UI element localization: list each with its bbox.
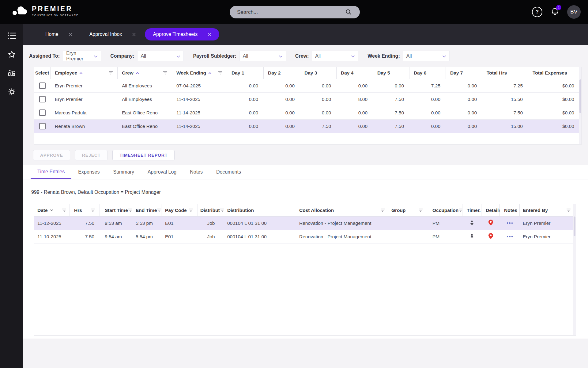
col-hrs[interactable]: Hrs — [70, 204, 100, 216]
company-dropdown[interactable]: All — [137, 51, 184, 61]
scrollbar-thumb[interactable] — [579, 79, 581, 113]
filter-icon[interactable] — [458, 208, 462, 213]
end-time-cell: 5:53 pm — [132, 217, 161, 230]
col-date[interactable]: Date — [34, 204, 70, 216]
col-total-hrs[interactable]: Total Hrs — [482, 67, 528, 79]
table-row[interactable]: Marcus Padula East Office Reno 11-14-202… — [34, 106, 582, 120]
person-icon[interactable] — [469, 233, 475, 240]
day-cell: 0.00 — [264, 93, 300, 106]
nav-tab-approval-inbox[interactable]: Approval Inbox — [81, 28, 144, 40]
time-entry-row[interactable]: 11-10-2025 7.50 9:54 am 5:54 pm E01 Job … — [34, 230, 576, 243]
vertical-scrollbar[interactable] — [579, 67, 582, 144]
col-entered-by[interactable]: Entered By — [520, 204, 574, 216]
scrollbar-thumb[interactable] — [574, 217, 575, 236]
sidebar-item-modules[interactable] — [6, 31, 17, 42]
col-start-time[interactable]: Start Time — [100, 204, 132, 216]
reject-button[interactable]: REJECT — [75, 150, 108, 160]
filter-week-ending: Week Ending: All — [368, 51, 450, 61]
filter-icon[interactable] — [157, 208, 161, 213]
row-checkbox[interactable] — [39, 96, 46, 102]
filter-icon[interactable] — [418, 208, 423, 213]
filter-icon[interactable] — [189, 208, 193, 213]
col-day3[interactable]: Day 3 — [300, 67, 337, 79]
nav-tab-label: Approve Timesheets — [153, 32, 198, 37]
notes-ellipsis-icon[interactable] — [507, 236, 513, 237]
col-notes[interactable]: Notes — [500, 204, 520, 216]
filter-icon[interactable] — [220, 208, 224, 213]
time-entry-row-selected[interactable]: 11-12-2025 7.50 9:53 am 5:53 pm E01 Job … — [34, 217, 576, 230]
assigned-to-dropdown[interactable]: Eryn Premier — [63, 51, 101, 61]
col-day1[interactable]: Day 1 — [227, 67, 264, 79]
filter-icon[interactable] — [108, 70, 113, 76]
notes-ellipsis-icon[interactable] — [507, 222, 513, 224]
filter-icon[interactable] — [91, 208, 95, 213]
timesheet-report-button[interactable]: TIMESHEET REPORT — [112, 150, 175, 160]
day-cell: 0.00 — [300, 93, 337, 106]
col-week-ending[interactable]: Week Ending — [172, 67, 227, 79]
person-icon[interactable] — [469, 220, 475, 227]
vertical-scrollbar[interactable] — [573, 204, 576, 335]
employee-context-line: 999 - Renata Brown, Default Occupation =… — [23, 179, 588, 195]
sidebar-item-favorites[interactable] — [6, 49, 17, 60]
col-day7[interactable]: Day 7 — [446, 67, 482, 79]
brand-logo[interactable]: PREMIER CONSTRUCTION SOFTWARE — [12, 4, 78, 17]
filter-icon[interactable] — [128, 208, 132, 213]
search-input[interactable] — [230, 6, 360, 18]
tab-notes[interactable]: Notes — [183, 165, 209, 179]
crew-dropdown[interactable]: All — [312, 51, 358, 61]
filter-icon[interactable] — [380, 208, 385, 213]
table-row[interactable]: Eryn Premier All Employees 11-14-2025 0.… — [34, 93, 582, 106]
table-row[interactable]: Eryn Premier All Employees 07-04-2025 0.… — [34, 79, 582, 93]
close-icon[interactable] — [69, 33, 72, 36]
close-icon[interactable] — [208, 33, 211, 36]
col-group[interactable]: Group — [388, 204, 426, 216]
avatar[interactable]: BV — [567, 5, 581, 19]
tab-approval-log[interactable]: Approval Log — [141, 165, 183, 179]
search-icon[interactable] — [345, 9, 352, 16]
table-row-selected[interactable]: Renata Brown East Office Reno 11-14-2025… — [34, 120, 582, 133]
approve-button[interactable]: APPROVE — [33, 150, 70, 160]
week-ending-dropdown[interactable]: All — [403, 51, 450, 61]
close-icon[interactable] — [132, 33, 136, 36]
col-end-time[interactable]: End Time — [132, 204, 161, 216]
notes-cell — [500, 230, 520, 243]
col-day6[interactable]: Day 6 — [409, 67, 446, 79]
total-hrs-cell: 15.00 — [482, 120, 528, 133]
col-timer[interactable]: Timer... — [462, 204, 481, 216]
sidebar-item-reports[interactable] — [6, 68, 17, 79]
filter-icon[interactable] — [566, 208, 571, 213]
col-total-expenses[interactable]: Total Expenses — [528, 67, 580, 79]
col-employee[interactable]: Employee — [51, 67, 118, 79]
brand-tagline: CONSTRUCTION SOFTWARE — [32, 14, 78, 17]
tab-documents[interactable]: Documents — [209, 165, 248, 179]
col-occupation[interactable]: Occupation — [426, 204, 462, 216]
cloud-logo-icon — [12, 4, 28, 17]
tab-time-entries[interactable]: Time Entries — [31, 165, 71, 179]
filter-icon[interactable] — [62, 208, 66, 213]
start-time-cell: 9:53 am — [100, 217, 132, 230]
sidebar-item-settings[interactable] — [6, 87, 17, 98]
col-day2[interactable]: Day 2 — [264, 67, 300, 79]
location-pin-icon[interactable] — [488, 233, 493, 240]
day-cell: 0.00 — [300, 79, 337, 92]
row-checkbox[interactable] — [39, 82, 46, 89]
row-checkbox[interactable] — [39, 109, 46, 116]
col-distribution-type[interactable]: Distribut — [198, 204, 224, 216]
nav-tab-approve-timesheets[interactable]: Approve Timesheets — [145, 28, 219, 40]
payroll-subledger-dropdown[interactable]: All — [239, 51, 286, 61]
col-crew[interactable]: Crew — [118, 67, 172, 79]
tab-expenses[interactable]: Expenses — [71, 165, 106, 179]
col-distribution[interactable]: Distribution — [224, 204, 296, 216]
location-pin-icon[interactable] — [488, 220, 493, 227]
tab-summary[interactable]: Summary — [106, 165, 141, 179]
col-day5[interactable]: Day 5 — [373, 67, 409, 79]
col-details[interactable]: Details — [481, 204, 500, 216]
filter-icon[interactable] — [163, 70, 168, 76]
filter-icon[interactable] — [218, 70, 223, 76]
help-icon[interactable]: ? — [532, 7, 542, 17]
col-day4[interactable]: Day 4 — [337, 67, 373, 79]
row-checkbox[interactable] — [39, 123, 46, 129]
nav-tab-home[interactable]: Home — [37, 28, 80, 40]
col-pay-code[interactable]: Pay Code — [161, 204, 198, 216]
col-cost-allocation[interactable]: Cost Allocation — [296, 204, 388, 216]
